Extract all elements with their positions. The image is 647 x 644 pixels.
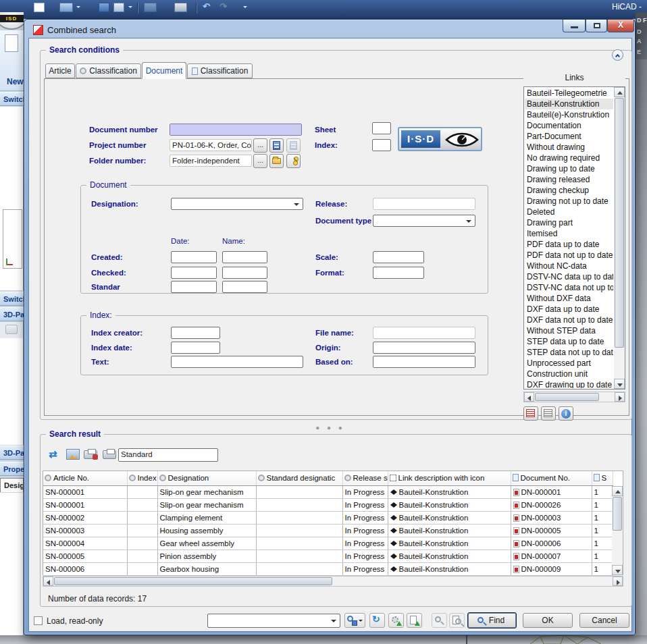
links-item[interactable]: Part-Document [525,131,613,142]
folder-browse-button[interactable]: ... [253,154,267,168]
folder-structure-button[interactable] [286,154,301,168]
splitter-handle[interactable]: ● ● ● [29,424,631,431]
table-row[interactable]: SN-000001 Slip-on gear mechanism In Prog… [43,498,613,511]
minimize-button[interactable] [563,20,586,32]
links-item[interactable]: Bauteil(e)-Konstruktion [525,109,613,120]
scroll-right-button[interactable] [613,576,623,586]
scroll-left-button[interactable] [43,576,53,586]
dock-tab-switch[interactable]: Switch [0,292,24,306]
tab-classification-2[interactable]: Classification [187,63,253,78]
links-item[interactable]: DXF data not up to date [525,315,613,325]
project-copy-button[interactable] [286,138,301,153]
dock-tab-3d-part[interactable]: 3D-Part [0,307,24,321]
save-icon[interactable] [99,3,109,12]
links-item[interactable]: Itemised [525,228,613,239]
links-item[interactable]: Drawing not up to date [525,196,613,207]
col-release[interactable]: Release s [342,471,388,485]
find-button[interactable]: Find [467,612,517,628]
table-row[interactable]: SN-000002 Clamping element In Progress B… [43,511,613,524]
stamp-icon[interactable] [5,325,18,334]
scroll-thumb[interactable] [613,497,622,531]
links-item[interactable]: Drawing released [525,174,613,185]
tab-classification-1[interactable]: Classification [76,63,141,78]
scroll-down-button[interactable] [612,565,623,575]
standard-name-field[interactable] [222,281,267,293]
links-vscrollbar[interactable] [614,87,625,389]
scroll-thumb[interactable] [535,393,599,401]
project-number-field[interactable]: PN-01-06-K, Order, Co [170,139,252,151]
toolbar-overflow-icon[interactable] [243,6,247,10]
links-item[interactable]: Without DXF data [525,293,613,304]
drawing-thumbnail[interactable] [3,209,22,269]
index-creator-field[interactable] [171,327,220,339]
new-drawing-icon[interactable] [5,34,18,52]
links-mask-button[interactable] [541,406,556,421]
origin-field[interactable] [373,342,475,354]
links-hscrollbar[interactable] [523,392,625,402]
folder-open-button[interactable] [269,154,284,168]
file-name-field[interactable] [373,327,475,339]
project-browse-button[interactable]: ... [253,138,267,153]
dock-tab-design[interactable]: Design [0,478,24,492]
tab-document[interactable]: Document [142,62,186,79]
links-item[interactable]: DXF drawing up to date [525,379,613,388]
sheet-field[interactable] [372,122,391,134]
search-settings-button[interactable] [388,613,404,628]
links-item[interactable]: No drawing required [525,153,613,163]
close-button[interactable]: X [607,20,634,32]
links-item[interactable]: Bauteil-Teilegeometrie [525,88,613,99]
preview-document-button[interactable] [449,613,465,628]
links-mask-red-button[interactable] [523,406,538,421]
document-settings-button[interactable] [407,613,422,628]
saved-search-combo[interactable] [207,614,340,628]
col-index[interactable]: Index [127,471,157,485]
print-icon[interactable] [174,3,187,12]
table-hscrollbar[interactable] [43,576,623,587]
links-item[interactable]: Drawing part [525,217,613,228]
links-item[interactable]: DSTV-NC data not up to [525,282,613,293]
print-locked-button[interactable] [84,450,97,459]
scroll-left-button[interactable] [524,392,534,402]
undo-icon[interactable]: ↶ [203,1,210,11]
table-row[interactable]: SN-000006 Gearbox housing In Progress Ba… [43,562,613,575]
links-item[interactable]: Without drawing [525,142,613,153]
titlebar[interactable]: Combined search [33,24,236,36]
format-field[interactable] [373,267,424,279]
col-link[interactable]: Link description with icon [388,471,511,485]
col-designation[interactable]: Designation [157,471,256,485]
scroll-thumb[interactable] [615,98,624,348]
links-item[interactable]: Without STEP data [525,325,613,336]
dock-tab-properties[interactable]: Propert [0,462,24,476]
links-listbox[interactable]: Bauteil-Teilegeometrie Bauteil-Konstrukt… [523,86,625,390]
created-name-field[interactable] [222,251,267,263]
links-item[interactable]: Drawing up to date [525,163,613,174]
scroll-right-button[interactable] [615,392,625,402]
scale-field[interactable] [373,251,424,263]
links-item[interactable]: PDF data up to date [525,239,613,250]
links-item[interactable]: Documentation [525,120,613,131]
table-row[interactable]: SN-000001 Slip-on gear mechanism In Prog… [43,485,613,498]
designation-combo[interactable] [171,198,303,210]
scroll-up-button[interactable] [612,486,623,496]
print-list-button[interactable] [103,450,116,459]
open-dropdown-icon[interactable] [76,6,80,10]
links-item[interactable]: STEP data not up to dat [525,347,613,358]
checked-name-field[interactable] [222,267,267,279]
folder-number-field[interactable]: Folder-independent [170,155,252,167]
col-document[interactable]: Document No. [511,471,592,485]
project-open-button[interactable] [269,138,284,153]
index-date-field[interactable] [171,342,220,354]
export-view-button[interactable] [66,449,80,460]
links-item[interactable]: PDF data not up to date [525,250,613,261]
folder-icon[interactable] [144,3,157,12]
links-item[interactable]: Drawing checkup [525,185,613,196]
links-item[interactable]: DSTV-NC data up to dat [525,271,613,282]
search-options-button[interactable] [432,613,447,628]
scroll-thumb[interactable] [54,577,332,585]
scroll-down-button[interactable] [614,379,625,389]
redo-icon[interactable]: ↷ [219,1,227,11]
table-row[interactable]: SN-000004 Gear wheel assembly In Progres… [43,537,613,549]
standard-date-field[interactable] [171,281,217,293]
load-readonly-checkbox[interactable] [34,616,43,625]
refresh-results-button[interactable]: ⇄ [49,448,63,462]
